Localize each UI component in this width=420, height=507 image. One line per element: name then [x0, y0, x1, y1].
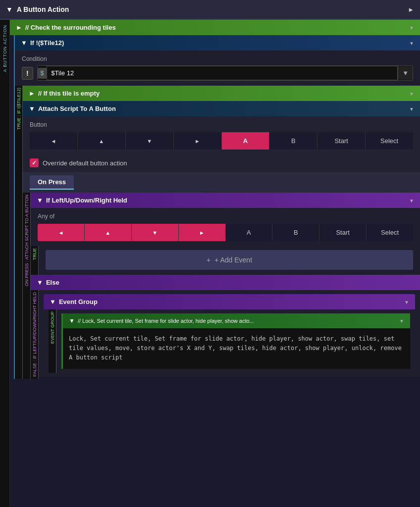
- attach-script-label: Attach Script To A Button: [38, 105, 116, 112]
- else-bar[interactable]: ▼ Else: [31, 275, 420, 290]
- event-group-inner: EVENT GROUP: [49, 309, 415, 373]
- attach-script-bar[interactable]: ▼ Attach Script To A Button: [23, 101, 420, 116]
- attach-script-icon: ▼: [29, 105, 35, 112]
- false-content: ▼ Event Group: [39, 290, 420, 379]
- true-held-label: TRUE: [32, 246, 37, 262]
- condition-wrapper: $ ▼: [37, 65, 413, 81]
- lock-content: Lock, Set current tile, Set frame for sl…: [63, 328, 410, 369]
- condition-area: Condition ! $ ▼: [15, 51, 420, 86]
- btn-a[interactable]: A: [222, 132, 270, 150]
- content-area: ► // Check the surrounding tiles ▼ If !(…: [10, 20, 420, 507]
- if-tile12-icon: ▼: [21, 39, 27, 47]
- any-btn-right[interactable]: [179, 224, 226, 241]
- check-tiles-chevron[interactable]: [409, 24, 414, 31]
- btn-right[interactable]: [174, 132, 222, 150]
- if-tile12-content: ▼ If !($Tile12) Condition ! $ ▼: [15, 35, 420, 379]
- any-btn-b[interactable]: B: [272, 224, 319, 241]
- any-btn-select[interactable]: Select: [367, 224, 413, 241]
- btn-start[interactable]: Start: [317, 132, 366, 150]
- dollar-badge: $: [38, 68, 47, 79]
- if-empty-icon: ►: [29, 90, 35, 97]
- button-row: A B Start Select: [30, 132, 413, 150]
- else-icon: ▼: [37, 279, 43, 286]
- if-tile12-bar[interactable]: ▼ If !($Tile12): [15, 35, 420, 51]
- header-left: ▼ A Button Action: [6, 5, 69, 13]
- condition-row: ! $ ▼: [22, 65, 413, 81]
- if-tile12-chevron[interactable]: [409, 39, 414, 47]
- btn-left[interactable]: [30, 132, 78, 150]
- override-row: Override default button action: [23, 154, 420, 172]
- true-content: ► // If this tile is empty ▼ Attach Scri…: [23, 86, 420, 379]
- add-event-button[interactable]: + + Add Event: [46, 250, 413, 270]
- if-tile12-label: If !($Tile12): [30, 39, 64, 47]
- if-held-label: If Left/Up/Down/Right Held: [46, 197, 127, 204]
- lock-icon: ▼: [69, 317, 75, 324]
- attach-script-chevron[interactable]: [409, 105, 414, 112]
- check-tiles-icon: ►: [16, 24, 22, 31]
- false-label: FALSE : IF LEFT/UP/DOWN/RIGHT HELD: [32, 290, 37, 379]
- sidebar-label: A BUTTON ACTION: [2, 25, 7, 72]
- check-tiles-bar[interactable]: ► // Check the surrounding tiles: [10, 20, 420, 35]
- collapse-icon[interactable]: ▼: [6, 5, 13, 13]
- event-group-inner-label: EVENT GROUP: [50, 309, 55, 346]
- lock-section: ▼ // Lock, Set current tile, Set frame f…: [61, 313, 410, 369]
- any-of-label: Any of: [38, 213, 413, 220]
- event-group-wrapper: ▼ Event Group: [39, 290, 420, 377]
- on-press-tab-btn[interactable]: On Press: [30, 175, 74, 190]
- if-empty-chevron[interactable]: [409, 90, 414, 97]
- any-btn-up[interactable]: [85, 224, 132, 241]
- true-label: TRUE : IF !($TILE12): [16, 86, 21, 132]
- true-block: TRUE : IF !($TILE12) ► // If this tile i…: [15, 86, 420, 379]
- button-area: Button A B Start Select: [23, 116, 420, 154]
- blue-border-1: [10, 35, 15, 379]
- lock-bar[interactable]: ▼ // Lock, Set current tile, Set frame f…: [63, 313, 410, 328]
- any-of-area: Any of A B Start: [31, 208, 420, 246]
- header-expand-icon[interactable]: ►: [408, 6, 414, 13]
- main-layout: A BUTTON ACTION ► // Check the surroundi…: [0, 20, 420, 507]
- not-badge: !: [22, 67, 33, 80]
- add-event-label: + Add Event: [214, 256, 252, 264]
- any-btn-left[interactable]: [38, 224, 85, 241]
- override-label: Override default button action: [43, 159, 127, 167]
- lock-chevron[interactable]: [399, 317, 404, 324]
- false-block: FALSE : IF LEFT/UP/DOWN/RIGHT HELD ▼: [31, 290, 420, 379]
- else-label: Else: [46, 279, 59, 286]
- add-event-plus: +: [207, 256, 210, 264]
- on-press-area: On Press: [23, 172, 420, 193]
- event-group-inner-content: ▼ // Lock, Set current tile, Set frame f…: [56, 309, 415, 373]
- check-tiles-label: // Check the surrounding tiles: [25, 24, 116, 31]
- if-tile12-block: ▼ If !($Tile12) Condition ! $ ▼: [10, 35, 420, 379]
- if-empty-bar[interactable]: ► // If this tile is empty: [23, 86, 420, 101]
- add-event-area: + + Add Event: [39, 246, 420, 275]
- true-held-content: + + Add Event: [39, 246, 420, 275]
- true-held-block: TRUE + + Add Event: [31, 246, 420, 275]
- override-checkbox[interactable]: [30, 158, 39, 167]
- if-held-chevron[interactable]: [409, 197, 414, 204]
- btn-select[interactable]: Select: [366, 132, 413, 150]
- condition-dropdown-arrow[interactable]: ▼: [398, 66, 413, 80]
- if-held-bar[interactable]: ▼ If Left/Up/Down/Right Held: [31, 193, 420, 208]
- event-group-icon: ▼: [50, 298, 56, 305]
- any-btn-start[interactable]: Start: [319, 224, 367, 241]
- on-press-block: ON PRESS : ATTACH SCRIPT TO A BUTTON ▼ I…: [23, 193, 420, 379]
- btn-b[interactable]: B: [269, 132, 317, 150]
- lock-label: // Lock, Set current tile, Set frame for…: [78, 318, 254, 324]
- any-btn-a[interactable]: A: [226, 224, 273, 241]
- event-group-label: Event Group: [59, 298, 98, 305]
- on-press-content: ▼ If Left/Up/Down/Right Held Any of: [31, 193, 420, 379]
- if-empty-label: // If this tile is empty: [38, 90, 100, 97]
- any-of-button-row: A B Start Select: [38, 224, 413, 241]
- event-group-bar[interactable]: ▼ Event Group: [44, 294, 415, 309]
- btn-up[interactable]: [78, 132, 126, 150]
- any-btn-down[interactable]: [132, 224, 179, 241]
- button-section-label: Button: [30, 121, 413, 128]
- btn-down[interactable]: [126, 132, 174, 150]
- header-title: A Button Action: [17, 5, 69, 13]
- top-header: ▼ A Button Action ►: [0, 0, 420, 20]
- event-group-chevron[interactable]: [404, 298, 409, 305]
- condition-input[interactable]: [47, 66, 398, 80]
- on-press-label: ON PRESS : ATTACH SCRIPT TO A BUTTON: [24, 193, 29, 288]
- condition-label: Condition: [22, 55, 413, 62]
- if-held-icon: ▼: [37, 197, 43, 204]
